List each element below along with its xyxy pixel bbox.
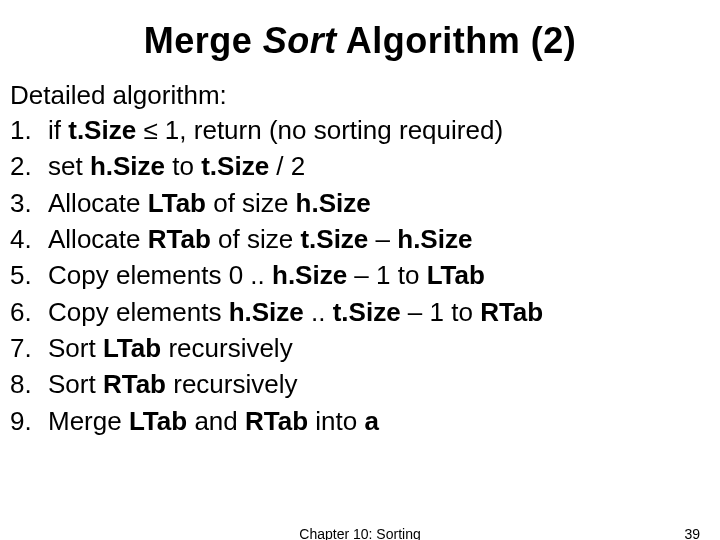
step-text: Copy elements h.Size .. t.Size – 1 to RT… — [48, 295, 710, 329]
step-item: 3.Allocate LTab of size h.Size — [10, 186, 710, 222]
step-number: 9. — [10, 404, 48, 438]
step-item: 6.Copy elements h.Size .. t.Size – 1 to … — [10, 295, 710, 331]
step-number: 3. — [10, 186, 48, 220]
step-text: Allocate LTab of size h.Size — [48, 186, 710, 220]
slide: Merge Sort Algorithm (2) Detailed algori… — [0, 0, 720, 540]
algorithm-steps: 1.if t.Size ≤ 1, return (no sorting requ… — [10, 113, 710, 440]
step-item: 7.Sort LTab recursively — [10, 331, 710, 367]
step-item: 5.Copy elements 0 .. h.Size – 1 to LTab — [10, 258, 710, 294]
step-text: Copy elements 0 .. h.Size – 1 to LTab — [48, 258, 710, 292]
step-item: 9.Merge LTab and RTab into a — [10, 404, 710, 440]
title-italic: Sort — [263, 20, 337, 61]
title-pre: Merge — [144, 20, 263, 61]
step-item: 4.Allocate RTab of size t.Size – h.Size — [10, 222, 710, 258]
footer-page-number: 39 — [684, 526, 700, 540]
step-text: Merge LTab and RTab into a — [48, 404, 710, 438]
step-text: set h.Size to t.Size / 2 — [48, 149, 710, 183]
step-text: Sort RTab recursively — [48, 367, 710, 401]
step-number: 6. — [10, 295, 48, 329]
step-number: 5. — [10, 258, 48, 292]
step-number: 1. — [10, 113, 48, 147]
step-item: 8.Sort RTab recursively — [10, 367, 710, 403]
step-number: 4. — [10, 222, 48, 256]
footer-chapter: Chapter 10: Sorting — [0, 526, 720, 540]
step-text: Sort LTab recursively — [48, 331, 710, 365]
step-item: 2.set h.Size to t.Size / 2 — [10, 149, 710, 185]
step-number: 2. — [10, 149, 48, 183]
step-text: if t.Size ≤ 1, return (no sorting requir… — [48, 113, 710, 147]
title-post: Algorithm (2) — [337, 20, 577, 61]
step-number: 8. — [10, 367, 48, 401]
intro-text: Detailed algorithm: — [10, 80, 710, 111]
step-item: 1.if t.Size ≤ 1, return (no sorting requ… — [10, 113, 710, 149]
step-text: Allocate RTab of size t.Size – h.Size — [48, 222, 710, 256]
step-number: 7. — [10, 331, 48, 365]
slide-title: Merge Sort Algorithm (2) — [10, 20, 710, 62]
